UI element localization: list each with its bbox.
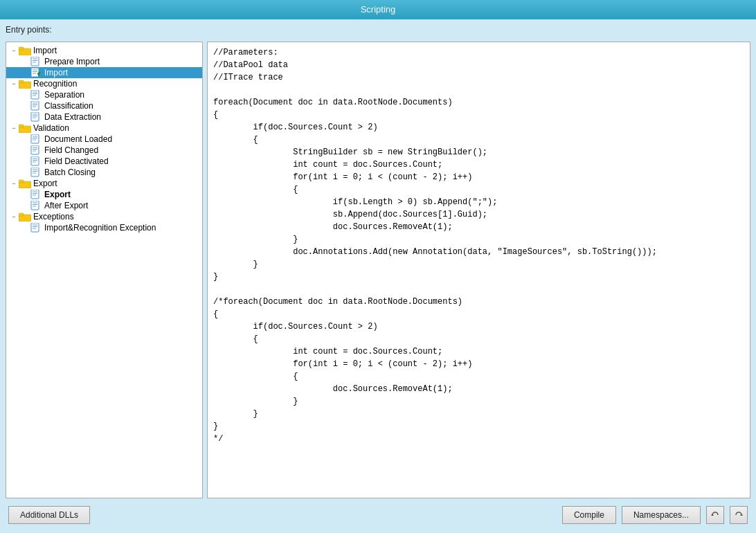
tree-item-label: Recognition xyxy=(33,79,77,89)
svg-rect-26 xyxy=(31,134,39,143)
folder-icon xyxy=(19,179,31,188)
script-icon xyxy=(30,68,42,78)
script-icon xyxy=(30,168,42,177)
tree-item-label: Data Extraction xyxy=(44,112,101,122)
svg-rect-38 xyxy=(31,168,39,177)
svg-rect-2 xyxy=(31,57,39,66)
svg-marker-58 xyxy=(711,514,714,516)
script-icon xyxy=(30,57,42,66)
tree-item-document-loaded[interactable]: Document Loaded xyxy=(6,134,202,145)
tree-item-label: Import&Recognition Exception xyxy=(44,223,156,233)
expand-icon[interactable]: − xyxy=(9,179,19,188)
tree-item-label: Export xyxy=(44,190,71,199)
expand-icon[interactable]: − xyxy=(9,212,19,222)
undo-icon xyxy=(710,510,720,520)
expand-icon[interactable]: − xyxy=(9,46,19,55)
svg-rect-6 xyxy=(31,68,39,77)
folder-icon xyxy=(19,212,31,222)
svg-rect-16 xyxy=(31,101,39,110)
tree-item-label: Separation xyxy=(44,90,84,100)
svg-rect-11 xyxy=(19,80,24,83)
namespaces-button[interactable]: Namespaces... xyxy=(622,506,701,524)
tree-item-recognition-group[interactable]: − Recognition xyxy=(6,78,202,89)
tree-item-label: Import xyxy=(44,68,68,78)
svg-rect-54 xyxy=(31,223,39,232)
tree-item-separation[interactable]: Separation xyxy=(6,89,202,100)
compile-button[interactable]: Compile xyxy=(562,506,616,524)
tree-item-label: Document Loaded xyxy=(44,134,112,144)
title-bar: Scripting xyxy=(0,0,756,19)
folder-icon xyxy=(19,123,31,133)
script-icon xyxy=(30,223,42,233)
script-icon xyxy=(30,145,42,155)
tree-item-field-deactivated[interactable]: Field Deactivated xyxy=(6,156,202,167)
svg-rect-34 xyxy=(31,156,39,165)
tree-item-data-extraction[interactable]: Data Extraction xyxy=(6,111,202,123)
tree-item-classification[interactable]: Classification xyxy=(6,100,202,111)
tree-item-label: Exceptions xyxy=(33,212,74,222)
svg-rect-12 xyxy=(31,90,39,99)
tree-item-label: Field Changed xyxy=(44,145,98,155)
undo-button[interactable] xyxy=(706,506,724,524)
tree-panel: − Import Prepare Import Import− Recognit… xyxy=(6,42,203,498)
entry-points-label: Entry points: xyxy=(6,25,750,35)
svg-rect-20 xyxy=(31,112,39,121)
script-icon xyxy=(30,201,42,210)
tree-item-after-export[interactable]: After Export xyxy=(6,200,202,211)
redo-icon xyxy=(734,510,744,520)
tree-item-validation-group[interactable]: − Validation xyxy=(6,123,202,134)
tree-item-label: Field Deactivated xyxy=(44,156,109,166)
additional-dlls-button[interactable]: Additional DLLs xyxy=(8,506,90,524)
script-icon xyxy=(30,134,42,144)
script-icon xyxy=(30,156,42,166)
svg-rect-43 xyxy=(19,180,24,183)
window-title: Scripting xyxy=(361,4,396,15)
tree-item-export-group[interactable]: − Export xyxy=(6,178,202,189)
script-icon xyxy=(30,101,42,111)
script-icon xyxy=(30,90,42,100)
tree-item-import-recognition-exception[interactable]: Import&Recognition Exception xyxy=(6,222,202,233)
tree-item-import-item[interactable]: Import xyxy=(6,67,202,78)
tree-item-batch-closing[interactable]: Batch Closing xyxy=(6,167,202,178)
svg-rect-25 xyxy=(19,125,24,127)
tree-item-label: Batch Closing xyxy=(44,168,96,177)
tree-item-field-changed[interactable]: Field Changed xyxy=(6,145,202,156)
tree-item-label: After Export xyxy=(44,201,88,210)
expand-icon[interactable]: − xyxy=(9,79,19,89)
folder-icon xyxy=(19,79,31,89)
folder-icon xyxy=(19,46,31,55)
expand-icon[interactable]: − xyxy=(9,123,19,133)
script-icon xyxy=(30,190,42,199)
svg-rect-48 xyxy=(31,201,39,210)
tree-item-prepare-import[interactable]: Prepare Import xyxy=(6,56,202,67)
tree-item-import-group[interactable]: − Import xyxy=(6,45,202,56)
tree-item-label: Import xyxy=(33,46,57,55)
tree-item-label: Prepare Import xyxy=(44,57,100,66)
svg-rect-1 xyxy=(19,47,24,50)
tree-item-export-item[interactable]: Export xyxy=(6,189,202,200)
tree-item-label: Validation xyxy=(33,123,69,133)
tree-item-label: Export xyxy=(33,179,57,188)
svg-rect-53 xyxy=(19,213,24,216)
redo-button[interactable] xyxy=(730,506,748,524)
svg-rect-30 xyxy=(31,145,39,154)
svg-rect-44 xyxy=(31,190,39,199)
tree-item-label: Classification xyxy=(44,101,93,111)
code-editor[interactable]: //Parameters: //DataPool data //ITrace t… xyxy=(207,42,750,498)
script-icon xyxy=(30,112,42,122)
tree-item-exceptions-group[interactable]: − Exceptions xyxy=(6,211,202,222)
svg-marker-59 xyxy=(740,514,743,516)
